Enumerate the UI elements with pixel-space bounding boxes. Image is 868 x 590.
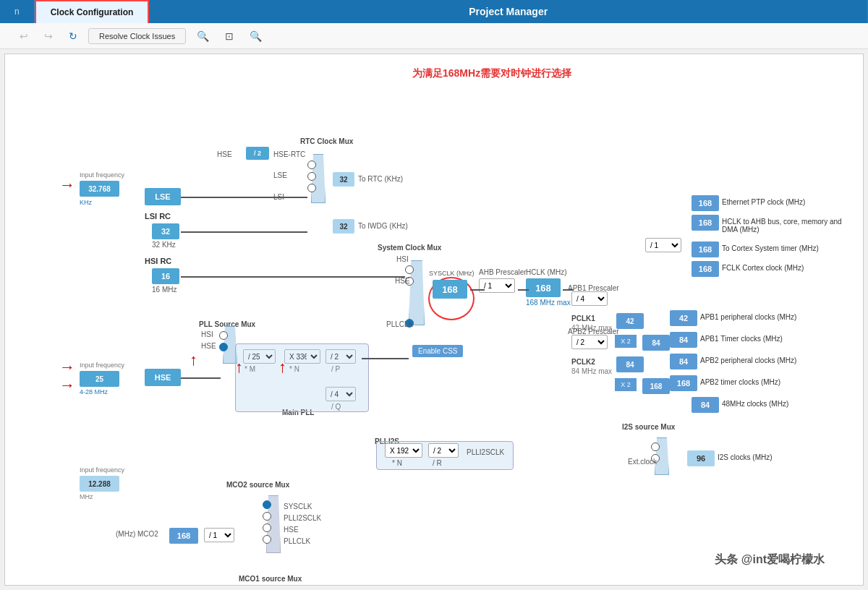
mco2-sysclk-label: SYSCLK bbox=[284, 503, 312, 510]
enable-css-button[interactable]: Enable CSS bbox=[412, 345, 463, 357]
pll-mux-radio-2[interactable] bbox=[219, 343, 228, 351]
mco2-plli2s-label: PLLI2SCLK bbox=[284, 514, 321, 522]
apb2t-out-box: 168 bbox=[670, 375, 697, 391]
annotation-text: 为满足168MHz需要对时钟进行选择 bbox=[412, 67, 571, 80]
plli2s-n-select[interactable]: X 192 bbox=[385, 443, 422, 458]
lse-unit-label: KHz bbox=[80, 199, 92, 206]
undo-button[interactable]: ↩ bbox=[14, 27, 33, 45]
hse-range-label: 4-28 MHz bbox=[80, 388, 108, 396]
sysclk-mhz-label: SYSCLK (MHz) bbox=[429, 270, 475, 277]
rtc-mux-radio-2[interactable] bbox=[307, 172, 316, 181]
apb1-pre-header: PCLK1 bbox=[571, 315, 595, 322]
mco2-radio-plli2s[interactable] bbox=[263, 512, 271, 521]
hse-div2-box: / 2 bbox=[246, 147, 269, 160]
mco2-pre-select[interactable]: / 1 bbox=[204, 528, 234, 542]
cortex-div-select[interactable]: / 1 bbox=[645, 238, 681, 252]
apb2-label: APB2 peripheral clocks (MHz) bbox=[700, 356, 796, 364]
input-freq-label-1: Input frequency bbox=[80, 171, 124, 179]
plli2s-r-label: / R bbox=[433, 459, 442, 467]
tab-left[interactable]: n bbox=[0, 0, 35, 23]
tab-project-manager[interactable]: Project Manager bbox=[149, 0, 868, 23]
apb2t-label: APB2 timer clocks (MHz) bbox=[700, 378, 780, 386]
clock-diagram: 为满足168MHz需要对时钟进行选择 Input frequency 32.76… bbox=[22, 54, 846, 582]
hse-rtc-name: HSE-RTC bbox=[273, 150, 305, 158]
mco2-mux-label: MCO2 source Mux bbox=[226, 481, 289, 489]
tab-clock-config[interactable]: Clock Configuration bbox=[35, 0, 150, 23]
i2s-val-box: 96 bbox=[687, 450, 715, 466]
apb2-prescaler-select[interactable]: / 2 bbox=[571, 335, 608, 349]
search-button[interactable]: 🔍 bbox=[192, 27, 214, 45]
x2-apb2-box: X 2 bbox=[615, 378, 637, 391]
input3-freq-box: 12.288 bbox=[80, 476, 119, 492]
wire-lsi-mux bbox=[181, 231, 307, 233]
red-arrow-2: → bbox=[59, 358, 75, 377]
red-arrow-4: ↑ bbox=[190, 351, 197, 369]
wire-hse-pll bbox=[181, 377, 221, 379]
i2s-mux-radio-1[interactable] bbox=[651, 442, 660, 451]
hse-rtc-label: HSE bbox=[217, 150, 232, 158]
apb2-timer-val: 168 bbox=[642, 378, 670, 394]
eth-label: Ethernet PTP clock (MHz) bbox=[722, 198, 805, 206]
mco2-radio-pllclk[interactable] bbox=[263, 535, 271, 544]
hsi-sys-label: HSI bbox=[396, 255, 409, 263]
pllclk-label: PLLCLK bbox=[386, 320, 413, 328]
apb2-out-box: 84 bbox=[670, 354, 697, 369]
mhz48-out-box: 84 bbox=[692, 397, 719, 413]
hclk-val-box: 168 bbox=[526, 278, 561, 297]
sys-mux-radio-1[interactable] bbox=[405, 265, 414, 274]
system-mux-label: System Clock Mux bbox=[378, 244, 441, 252]
rtc-mux-radio-3[interactable] bbox=[307, 184, 316, 192]
refresh-button[interactable]: ↻ bbox=[64, 27, 82, 45]
wire-hsi-sys bbox=[181, 276, 405, 278]
apb1-label: APB1 peripheral clocks (MHz) bbox=[700, 313, 796, 321]
cortex-label: To Cortex System timer (MHz) bbox=[722, 244, 819, 252]
mco2-out-label: (MHz) MCO2 bbox=[116, 530, 158, 538]
pclk2-val-box: 84 bbox=[616, 356, 644, 372]
toolbar: ↩ ↪ ↻ Resolve Clock Issues 🔍 ⊡ 🔍 bbox=[0, 23, 868, 49]
cortex-out-box: 168 bbox=[692, 241, 719, 257]
x2-apb1-box: X 2 bbox=[615, 335, 637, 348]
i2s-mux-label: I2S source Mux bbox=[622, 423, 675, 431]
fclk-out-box: 168 bbox=[692, 261, 719, 277]
mco2-pllclk-label: PLLCLK bbox=[284, 537, 310, 545]
mhz48-label: 48MHz clocks (MHz) bbox=[722, 400, 788, 408]
ahb-prescaler-select[interactable]: / 1 bbox=[479, 278, 515, 293]
apb2-max-label: 84 MHz max bbox=[571, 367, 612, 375]
apb2-pre-label: APB2 Prescaler bbox=[568, 328, 619, 335]
iwdg-out-box: 32 bbox=[333, 219, 354, 234]
apb1-out-box: 42 bbox=[670, 310, 697, 326]
resolve-clock-button[interactable]: Resolve Clock Issues bbox=[88, 28, 186, 44]
apb2-pre-header: PCLK2 bbox=[571, 358, 595, 366]
plli2s-r-select[interactable]: / 2 bbox=[428, 443, 459, 458]
eth-val-box: 168 bbox=[692, 195, 719, 211]
red-arrow-5: ↑ bbox=[235, 358, 243, 377]
hse-box: HSE bbox=[145, 369, 181, 386]
lsi-box: 32 bbox=[152, 223, 179, 239]
i2s-label: I2S clocks (MHz) bbox=[718, 453, 773, 461]
ahb-pre-label: AHB Prescaler bbox=[479, 268, 527, 276]
rtc-to-label: To RTC (KHz) bbox=[358, 175, 403, 183]
rtc-mux-label: RTC Clock Mux bbox=[300, 137, 353, 145]
sysclk-val-box: 168 bbox=[433, 280, 467, 299]
plli2sclk-label: PLLI2SCLK bbox=[467, 448, 504, 456]
redo-button[interactable]: ↪ bbox=[39, 27, 58, 45]
hsi-rc-label: HSI RC bbox=[145, 257, 171, 265]
zoom-fit-button[interactable]: ⊡ bbox=[220, 27, 239, 45]
hse-freq-box: 25 bbox=[80, 371, 119, 387]
lsi-unit-label: 32 KHz bbox=[152, 241, 176, 249]
plli2s-n-label: * N bbox=[392, 459, 402, 467]
wire-lse-mux bbox=[181, 197, 307, 198]
red-arrow-6: ↑ bbox=[278, 358, 286, 377]
mco1-mux-label: MCO1 source Mux bbox=[239, 575, 302, 583]
mco2-radio-sysclk[interactable] bbox=[263, 500, 271, 509]
apb1-pre-label: APB1 Prescaler bbox=[568, 284, 619, 292]
apb1-prescaler-select[interactable]: / 4 bbox=[571, 291, 608, 306]
fclk-label: FCLK Cortex clock (MHz) bbox=[722, 264, 804, 272]
zoom2-button[interactable]: 🔍 bbox=[244, 27, 267, 45]
mco2-radio-hse[interactable] bbox=[263, 523, 271, 532]
main-pll-region bbox=[235, 343, 369, 412]
hsi-rc-box: 16 bbox=[152, 268, 179, 284]
pll-mux-radio-1[interactable] bbox=[219, 331, 228, 340]
red-arrow-1: → bbox=[59, 176, 75, 194]
rtc-mux-radio-1[interactable] bbox=[307, 161, 316, 169]
